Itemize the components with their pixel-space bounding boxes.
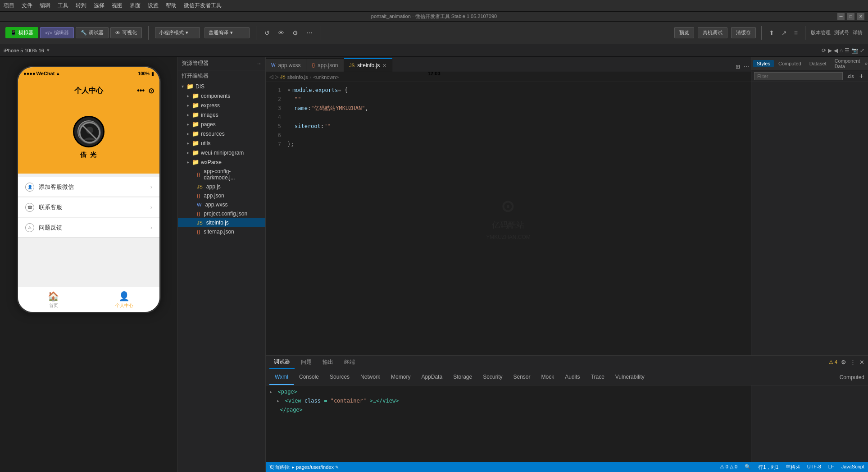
tree-folder-wxparse[interactable]: ▸ 📁 wxParse bbox=[178, 157, 265, 167]
tree-file-project-config[interactable]: {} project.config.json bbox=[178, 209, 265, 218]
maximize-button[interactable]: □ bbox=[847, 13, 854, 20]
devtool-tab-sensor[interactable]: Sensor bbox=[508, 370, 536, 385]
devtool-tab-storage[interactable]: Storage bbox=[448, 370, 477, 385]
rotate-icon[interactable]: ⟳ bbox=[822, 47, 826, 54]
home-icon[interactable]: ⌂ bbox=[840, 47, 843, 54]
tab-overflow-button[interactable]: ⋯ bbox=[742, 62, 751, 72]
external-link-button[interactable]: ↗ bbox=[780, 27, 789, 38]
nav-item-profile[interactable]: 👤 个人中心 bbox=[89, 291, 159, 309]
editor-button[interactable]: </> 编辑器 bbox=[40, 27, 74, 38]
menu-item-contact[interactable]: ☎ 联系客服 › bbox=[18, 197, 159, 217]
bottom-tab-issues[interactable]: 问题 bbox=[296, 356, 316, 369]
menu-item-settings[interactable]: 设置 bbox=[148, 2, 159, 9]
devtool-tab-sources[interactable]: Sources bbox=[324, 370, 355, 385]
devtool-tab-network[interactable]: Network bbox=[355, 370, 386, 385]
code-editor[interactable]: ▾ module.exports = { "" name: "亿码酷站YMKUZ… bbox=[284, 82, 751, 355]
real-device-button[interactable]: 真机调试 bbox=[698, 27, 727, 38]
devtool-tab-memory[interactable]: Memory bbox=[386, 370, 416, 385]
clear-cache-button[interactable]: 清缓存 bbox=[731, 27, 756, 38]
devtool-tab-console[interactable]: Console bbox=[294, 370, 324, 385]
breadcrumb-sep-1: › bbox=[310, 74, 312, 80]
settings-button[interactable]: ⚙ bbox=[291, 27, 300, 38]
tree-root-folder[interactable]: ▾ 📁 DIS bbox=[178, 82, 265, 91]
kebab-menu-button[interactable]: ≡ bbox=[792, 27, 800, 38]
refresh-button[interactable]: ↺ bbox=[263, 27, 272, 38]
menu-small-icon[interactable]: ☰ bbox=[845, 47, 850, 54]
menu-item-wechat[interactable]: 👤 添加客服微信 › bbox=[18, 177, 159, 197]
compile-dropdown[interactable]: 普通编译 ▾ bbox=[205, 27, 250, 38]
filter-input[interactable] bbox=[754, 72, 843, 80]
back-icon[interactable]: ◀ bbox=[834, 47, 838, 54]
close-button[interactable]: ✕ bbox=[857, 13, 864, 20]
dom-arrow-page[interactable]: ▸ bbox=[269, 389, 273, 395]
menu-item-wechat-label: 添加客服微信 bbox=[39, 183, 74, 191]
tab-app-wxss[interactable]: W app.wxss bbox=[266, 58, 306, 72]
expand-icon[interactable]: ⤢ bbox=[860, 47, 864, 54]
more-button[interactable]: ⋯ bbox=[304, 27, 314, 38]
right-tab-dataset[interactable]: Dataset bbox=[806, 60, 830, 67]
menu-item-help[interactable]: 帮助 bbox=[166, 2, 177, 9]
play-icon[interactable]: ▶ bbox=[828, 47, 832, 54]
simulator-button[interactable]: 📱 模拟器 bbox=[5, 27, 38, 38]
devtool-tab-audits[interactable]: Audits bbox=[559, 370, 585, 385]
devtool-tab-trace[interactable]: Trace bbox=[586, 370, 610, 385]
tree-folder-resources[interactable]: ▸ 📁 resources bbox=[178, 129, 265, 138]
screenshot-icon[interactable]: 📷 bbox=[851, 47, 858, 54]
tab-app-json[interactable]: {} app.json bbox=[306, 58, 344, 72]
open-editor-btn[interactable]: 打开编辑器 bbox=[178, 70, 265, 82]
devtool-tab-vulnerability[interactable]: Vulnerability bbox=[610, 370, 650, 385]
close-devtools-button[interactable]: ✕ bbox=[859, 359, 864, 366]
right-tab-styles[interactable]: Styles bbox=[753, 60, 774, 67]
upload-button[interactable]: ⬆ bbox=[767, 27, 776, 38]
devtool-tab-mock[interactable]: Mock bbox=[536, 370, 560, 385]
tab-siteinfo-js[interactable]: JS siteinfo.js ✕ bbox=[344, 58, 393, 72]
tree-file-sitemap[interactable]: {} sitemap.json bbox=[178, 227, 265, 236]
menu-item-select[interactable]: 选择 bbox=[94, 2, 105, 9]
menu-item-edit[interactable]: 编辑 bbox=[40, 2, 50, 9]
menu-item-goto[interactable]: 转到 bbox=[76, 2, 86, 9]
devtool-tab-appdata[interactable]: AppData bbox=[416, 370, 448, 385]
split-editor-button[interactable]: ⊞ bbox=[734, 62, 742, 72]
preview-button[interactable]: 预览 bbox=[674, 27, 694, 38]
minimize-button[interactable]: ─ bbox=[837, 13, 845, 20]
menu-item-project[interactable]: 项目 bbox=[4, 2, 14, 9]
menu-item-interface[interactable]: 界面 bbox=[130, 2, 141, 9]
bottom-tab-output[interactable]: 输出 bbox=[318, 356, 338, 369]
tree-folder-express[interactable]: ▸ 📁 express bbox=[178, 101, 265, 110]
tree-file-app-json[interactable]: {} app.json bbox=[178, 191, 265, 200]
devtool-tab-security[interactable]: Security bbox=[477, 370, 508, 385]
settings-devtools-button[interactable]: ⚙ bbox=[841, 359, 846, 366]
visible-button[interactable]: 👁 可视化 bbox=[110, 27, 142, 38]
menu-item-feedback[interactable]: ⚠ 问题反馈 › bbox=[18, 218, 159, 238]
bottom-tab-terminal[interactable]: 终端 bbox=[340, 356, 359, 369]
preview-toggle-button[interactable]: 👁 bbox=[276, 27, 286, 38]
window-controls: ─ □ ✕ bbox=[837, 13, 864, 20]
add-style-button[interactable]: + bbox=[858, 72, 865, 81]
tree-file-app-config[interactable]: {} app-config-darkmode.j... bbox=[178, 167, 265, 182]
tree-folder-pages[interactable]: ▸ 📁 pages bbox=[178, 119, 265, 129]
fold-icon-1[interactable]: ▾ bbox=[287, 86, 291, 95]
right-tab-overflow[interactable]: » bbox=[865, 60, 868, 67]
dom-arrow-view[interactable]: ▸ bbox=[277, 398, 280, 404]
tree-file-siteinfo[interactable]: JS siteinfo.js bbox=[178, 218, 265, 227]
tree-folder-utils[interactable]: ▸ 📁 utils bbox=[178, 138, 265, 148]
tree-file-app-js[interactable]: JS app.js bbox=[178, 182, 265, 191]
cls-button[interactable]: .cls bbox=[845, 73, 856, 79]
menu-item-file[interactable]: 文件 bbox=[22, 2, 32, 9]
bottom-tab-debugger[interactable]: 调试器 bbox=[269, 356, 295, 369]
devtool-tab-wxml[interactable]: Wxml bbox=[269, 370, 294, 385]
menu-item-tools[interactable]: 工具 bbox=[58, 2, 68, 9]
tree-folder-components[interactable]: ▸ 📁 components bbox=[178, 91, 265, 101]
right-tab-computed[interactable]: Computed bbox=[775, 60, 805, 67]
menu-item-devtools[interactable]: 微信开发者工具 bbox=[184, 2, 222, 9]
mode-dropdown[interactable]: 小程序模式 ▾ bbox=[155, 27, 200, 38]
tree-folder-weui[interactable]: ▸ 📁 weui-miniprogram bbox=[178, 148, 265, 157]
more-devtools-button[interactable]: ⋮ bbox=[850, 359, 856, 366]
tree-file-app-wxss[interactable]: W app.wxss bbox=[178, 200, 265, 209]
menu-item-view[interactable]: 视图 bbox=[112, 2, 123, 9]
tab-close-siteinfo[interactable]: ✕ bbox=[382, 63, 386, 69]
nav-item-home[interactable]: 🏠 首页 bbox=[18, 291, 89, 309]
debug-button[interactable]: 🔧 调试器 bbox=[76, 27, 109, 38]
tree-folder-images[interactable]: ▸ 📁 images bbox=[178, 110, 265, 119]
right-tab-component-data[interactable]: Component Data bbox=[831, 57, 864, 70]
